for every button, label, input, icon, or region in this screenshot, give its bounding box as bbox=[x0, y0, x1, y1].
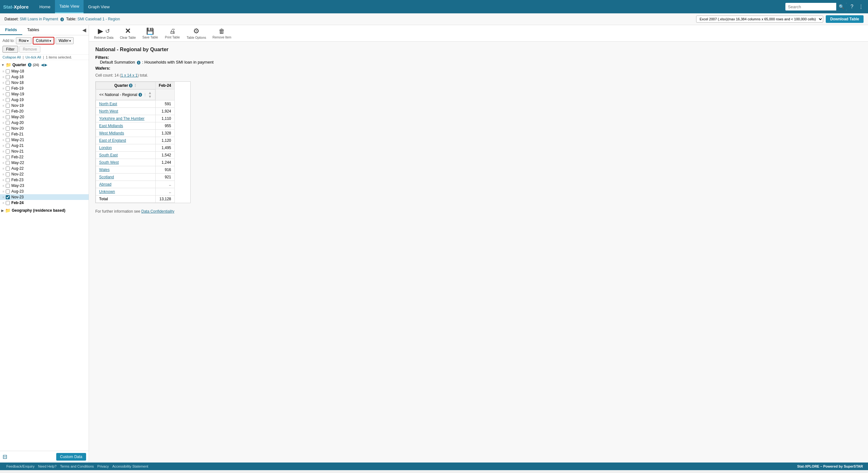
list-item[interactable]: ≡ Nov-22 bbox=[0, 171, 89, 177]
help-button[interactable]: ? bbox=[849, 3, 855, 11]
item-checkbox[interactable] bbox=[6, 138, 10, 142]
item-checkbox[interactable] bbox=[6, 184, 10, 188]
item-checkbox[interactable] bbox=[6, 132, 10, 136]
row-label-abroad[interactable]: Abroad bbox=[96, 181, 156, 188]
remove-button[interactable]: Remove bbox=[20, 46, 41, 53]
list-item[interactable]: ≡ Aug-19 bbox=[0, 97, 89, 103]
item-checkbox[interactable] bbox=[6, 81, 10, 85]
item-checkbox[interactable] bbox=[6, 195, 10, 199]
item-checkbox[interactable] bbox=[6, 144, 10, 148]
custom-data-button[interactable]: Custom Data bbox=[56, 453, 86, 461]
item-checkbox[interactable] bbox=[6, 98, 10, 102]
national-regional-label[interactable]: << National - Regional ℹ ⋮ ▲▼ bbox=[96, 89, 155, 100]
list-item[interactable]: ≡ Nov-20 bbox=[0, 125, 89, 131]
list-item[interactable]: ≡ Nov-23 bbox=[0, 194, 89, 200]
col-header-menu-icon[interactable]: ⋮ bbox=[133, 84, 137, 88]
list-item[interactable]: ≡ May-19 bbox=[0, 91, 89, 97]
list-item[interactable]: ≡ May-20 bbox=[0, 114, 89, 120]
list-item[interactable]: ≡ Feb-21 bbox=[0, 131, 89, 137]
item-checkbox[interactable] bbox=[6, 86, 10, 91]
nav-home[interactable]: Home bbox=[35, 0, 55, 13]
footer-accessibility-link[interactable]: Accessibility Statement bbox=[112, 465, 148, 468]
remove-item-button[interactable]: 🗑 Remove Item bbox=[213, 28, 231, 39]
geography-folder[interactable]: ▶ 📁 Geography (residence based) bbox=[0, 207, 89, 214]
list-item[interactable]: ≡ May-23 bbox=[0, 183, 89, 188]
row-label-unknown[interactable]: Unknown bbox=[96, 188, 156, 196]
row-label-south-east[interactable]: South East bbox=[96, 152, 156, 159]
collapse-all-link[interactable]: Collapse All bbox=[3, 55, 21, 59]
list-item[interactable]: ≡ May-21 bbox=[0, 137, 89, 143]
row-header-menu-icon[interactable]: ⋮ bbox=[143, 93, 147, 97]
item-checkbox[interactable] bbox=[6, 75, 10, 79]
data-confidentiality-link[interactable]: Data Confidentiality bbox=[142, 209, 175, 214]
row-label-east-midlands[interactable]: East Midlands bbox=[96, 122, 156, 130]
list-item[interactable]: ≡ Aug-23 bbox=[0, 188, 89, 194]
item-checkbox[interactable] bbox=[6, 161, 10, 165]
download-table-button[interactable]: Download Table bbox=[826, 15, 864, 23]
menu-button[interactable]: ⋮ bbox=[857, 3, 865, 11]
list-item[interactable]: ≡ Feb-20 bbox=[0, 109, 89, 114]
row-label-wales[interactable]: Wales bbox=[96, 166, 156, 174]
footer-terms-link[interactable]: Terms and Conditions bbox=[60, 465, 94, 468]
item-checkbox[interactable] bbox=[6, 69, 10, 73]
untick-all-link[interactable]: Un-tick All bbox=[25, 55, 41, 59]
list-item[interactable]: ≡ Aug-18 bbox=[0, 74, 89, 80]
nav-table-view[interactable]: Table View bbox=[55, 0, 84, 13]
collapse-panel-button[interactable]: ◀ bbox=[80, 25, 89, 35]
item-checkbox[interactable] bbox=[6, 115, 10, 119]
list-item[interactable]: ≡ Nov-21 bbox=[0, 148, 89, 154]
tab-fields[interactable]: Fields bbox=[0, 25, 22, 35]
search-input[interactable] bbox=[785, 3, 836, 10]
item-checkbox[interactable] bbox=[6, 109, 10, 114]
add-row-button[interactable]: Row ▾ bbox=[16, 37, 31, 44]
item-checkbox[interactable] bbox=[6, 121, 10, 125]
list-item[interactable]: ≡ Aug-22 bbox=[0, 166, 89, 171]
row-label-north-west[interactable]: North West bbox=[96, 108, 156, 115]
item-checkbox[interactable] bbox=[6, 92, 10, 96]
row-label-north-east[interactable]: North East bbox=[96, 100, 156, 108]
search-button[interactable]: 🔍 bbox=[836, 3, 847, 10]
item-checkbox[interactable] bbox=[6, 172, 10, 176]
item-checkbox[interactable] bbox=[6, 126, 10, 131]
tab-tables[interactable]: Tables bbox=[22, 25, 44, 35]
row-label-yorkshire[interactable]: Yorkshire and The Humber bbox=[96, 115, 156, 122]
list-item[interactable]: ≡ May-22 bbox=[0, 160, 89, 166]
list-item[interactable]: ≡ Feb-23 bbox=[0, 177, 89, 183]
nav-graph-view[interactable]: Graph View bbox=[84, 0, 114, 13]
add-column-button[interactable]: Column ▾ bbox=[33, 37, 54, 45]
list-item[interactable]: ≡ Feb-22 bbox=[0, 154, 89, 160]
filter-button[interactable]: Filter bbox=[3, 46, 18, 53]
row-label-scotland[interactable]: Scotland bbox=[96, 174, 156, 181]
sort-arrows[interactable]: ▲▼ bbox=[148, 91, 152, 98]
footer-privacy-link[interactable]: Privacy bbox=[97, 465, 108, 468]
item-checkbox[interactable] bbox=[6, 149, 10, 153]
table-options-button[interactable]: ⚙ Table Options bbox=[187, 27, 206, 39]
footer-help-link[interactable]: Need Help? bbox=[38, 465, 57, 468]
list-item[interactable]: ≡ Nov-19 bbox=[0, 103, 89, 109]
save-table-button[interactable]: 💾 Save Table bbox=[142, 27, 158, 39]
quarter-folder[interactable]: ▼ 📁 Quarter ℹ (24) ◀ ▶ bbox=[0, 61, 89, 68]
item-checkbox[interactable] bbox=[6, 178, 10, 182]
item-checkbox[interactable] bbox=[6, 104, 10, 108]
footer-feedback-link[interactable]: Feedback/Enquiry bbox=[6, 465, 35, 468]
dataset-link[interactable]: SMI Loans in Payment bbox=[20, 17, 58, 21]
list-item[interactable]: ≡ Aug-21 bbox=[0, 143, 89, 148]
row-label-east-of-england[interactable]: East of England bbox=[96, 137, 156, 144]
list-item[interactable]: ≡ Feb-19 bbox=[0, 86, 89, 91]
list-item[interactable]: ≡ Aug-20 bbox=[0, 120, 89, 125]
add-wafer-button[interactable]: Wafer ▾ bbox=[56, 37, 74, 44]
item-checkbox[interactable] bbox=[6, 201, 10, 205]
funnel-button[interactable]: ⊟ bbox=[3, 453, 7, 460]
row-label-south-west[interactable]: South West bbox=[96, 159, 156, 166]
cell-count-link[interactable]: 1 x 14 x 1 bbox=[121, 73, 137, 78]
clear-table-button[interactable]: ✕ Clear Table bbox=[120, 27, 136, 39]
table-link[interactable]: SMI Caseload 1 - Region bbox=[78, 17, 120, 21]
item-checkbox[interactable] bbox=[6, 155, 10, 159]
list-item[interactable]: ≡ Feb-24 bbox=[0, 200, 89, 206]
format-select[interactable]: Excel 2007 (.xlsx)(max 16,384 columns x … bbox=[696, 16, 823, 23]
item-checkbox[interactable] bbox=[6, 167, 10, 171]
row-label-london[interactable]: London bbox=[96, 144, 156, 152]
item-checkbox[interactable] bbox=[6, 189, 10, 194]
list-item[interactable]: ≡ Nov-18 bbox=[0, 80, 89, 86]
row-label-west-midlands[interactable]: West Midlands bbox=[96, 130, 156, 137]
